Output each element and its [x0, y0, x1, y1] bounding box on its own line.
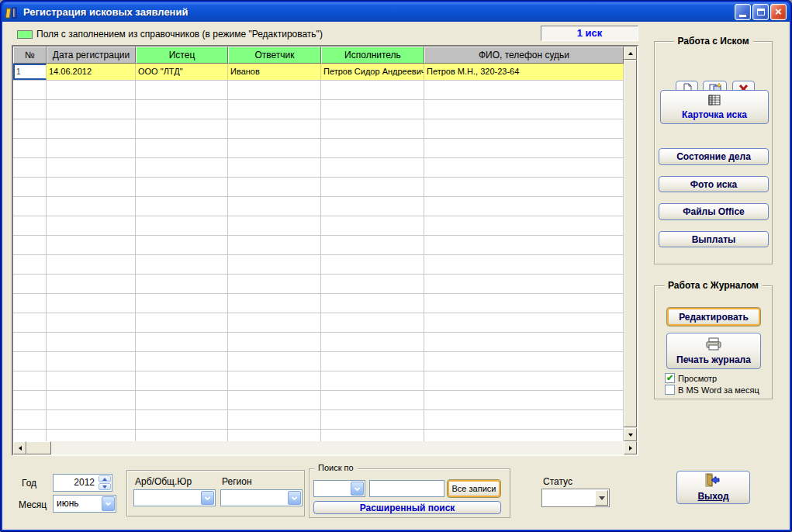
grid-cell [13, 178, 47, 196]
grid-cell [321, 100, 424, 119]
empty-row[interactable] [13, 197, 624, 216]
grid-cell [424, 158, 624, 177]
grid-cell[interactable]: 14.06.2012 [47, 64, 136, 80]
jurisdiction-group: Арб/Общ.Юр Регион [126, 470, 305, 516]
empty-row[interactable] [13, 333, 624, 352]
column-header-4[interactable]: Ответчик [228, 47, 321, 64]
year-down-button[interactable] [99, 483, 111, 490]
grid-cell[interactable]: ООО "ЛТД" [136, 64, 228, 80]
grid-cell [321, 391, 424, 409]
grid-cell[interactable]: Петров М.Н., 320-23-64 [424, 64, 624, 80]
scroll-up-button[interactable] [624, 47, 637, 60]
grid-cell [136, 158, 228, 177]
empty-row[interactable] [13, 371, 624, 391]
grid-cell [47, 371, 136, 390]
maximize-button[interactable] [752, 4, 769, 20]
vertical-scrollbar[interactable] [624, 47, 637, 441]
empty-row[interactable] [13, 255, 624, 275]
empty-row[interactable] [13, 294, 624, 313]
region-dropdown[interactable] [220, 489, 303, 506]
grid-cell [424, 216, 624, 235]
grid-cell [136, 352, 228, 371]
empty-row[interactable] [13, 139, 624, 158]
print-journal-button[interactable]: Печать журнала [666, 333, 761, 369]
all-records-button[interactable]: Все записи [447, 479, 501, 498]
column-header-1[interactable]: № [13, 47, 47, 64]
claim-panel-title: Работа с Иском [673, 36, 752, 47]
selected-cell[interactable]: 1 [13, 64, 47, 80]
empty-row[interactable] [13, 119, 624, 139]
year-up-button[interactable] [99, 475, 111, 482]
all-records-label: Все записи [452, 484, 496, 493]
grid-cell [424, 352, 624, 371]
grid-cell [321, 255, 424, 274]
column-header-3[interactable]: Истец [136, 47, 228, 64]
claim-photo-button[interactable]: Фото иска [659, 176, 769, 192]
checkbox-checked-icon: ✔ [665, 373, 675, 383]
grid-cell [13, 236, 47, 254]
empty-row[interactable] [13, 236, 624, 255]
claim-card-button[interactable]: Карточка иска [660, 90, 769, 124]
empty-row[interactable] [13, 275, 624, 294]
office-files-button[interactable]: Файлы Office [659, 203, 769, 220]
title-bar[interactable]: Регистрация исковых заявлений × [2, 2, 790, 22]
table-row[interactable]: 114.06.2012ООО "ЛТД"ИвановПетров Сидор А… [13, 64, 624, 81]
preview-checkbox[interactable]: ✔ Просмотр [665, 373, 717, 383]
ms-word-checkbox[interactable]: ✔ В MS Word за месяц [665, 385, 759, 395]
app-icon[interactable] [5, 6, 19, 19]
column-header-2[interactable]: Дата регистрации [47, 47, 136, 64]
close-button[interactable]: × [770, 4, 787, 20]
arb-dropdown[interactable] [133, 489, 216, 506]
horizontal-scroll-thumb[interactable] [26, 441, 51, 454]
advanced-search-button[interactable]: Расширенный поиск [313, 501, 501, 514]
column-header-5[interactable]: Исполнитель [321, 47, 424, 64]
scroll-down-button[interactable] [624, 428, 637, 441]
arb-chevron-icon[interactable] [201, 491, 214, 505]
month-chevron-icon[interactable] [102, 496, 115, 511]
month-value: июнь [54, 496, 101, 512]
arrow-up-icon [628, 52, 633, 55]
empty-row[interactable] [13, 391, 624, 410]
empty-row[interactable] [13, 81, 624, 100]
status-dropdown[interactable] [541, 489, 610, 507]
vertical-scroll-thumb[interactable] [624, 60, 637, 427]
grid-cell[interactable]: Петров Сидор Андреевич [321, 64, 424, 80]
empty-row[interactable] [13, 100, 624, 119]
grid-cell [228, 371, 321, 390]
grid-cell [424, 410, 624, 429]
year-spinner[interactable]: 2012 [53, 474, 112, 492]
grid-cell [13, 275, 47, 293]
grid-cell [47, 216, 136, 235]
exit-button[interactable]: Выход [676, 471, 750, 504]
status-chevron-icon[interactable] [595, 490, 608, 506]
spin-up-icon [102, 478, 107, 481]
grid-cell [136, 313, 228, 332]
grid-cell [321, 178, 424, 196]
grid-cell[interactable]: Иванов [228, 64, 321, 80]
month-dropdown[interactable]: июнь [53, 495, 116, 513]
empty-row[interactable] [13, 216, 624, 236]
grid-cell [47, 294, 136, 313]
column-header-6[interactable]: ФИО, телефон судьи [424, 47, 624, 64]
month-label: Месяц [19, 499, 47, 510]
search-chevron-icon[interactable] [351, 482, 364, 496]
minimize-button[interactable] [735, 4, 751, 20]
empty-row[interactable] [13, 410, 624, 430]
empty-row[interactable] [13, 313, 624, 333]
search-input[interactable] [369, 480, 444, 497]
case-state-button[interactable]: Состояние дела [659, 148, 769, 165]
empty-row[interactable] [13, 430, 624, 441]
payments-button[interactable]: Выплаты [659, 231, 769, 247]
grid-cell [47, 391, 136, 409]
edit-journal-button[interactable]: Редактировать [666, 307, 761, 326]
empty-row[interactable] [13, 158, 624, 178]
region-chevron-icon[interactable] [288, 491, 301, 505]
scroll-left-button[interactable] [13, 441, 26, 454]
horizontal-scrollbar[interactable] [13, 441, 637, 454]
ms-word-checkbox-label: В MS Word за месяц [678, 385, 759, 395]
grid-cell [47, 236, 136, 254]
empty-row[interactable] [13, 178, 624, 197]
empty-row[interactable] [13, 352, 624, 371]
scroll-right-button[interactable] [624, 441, 637, 454]
search-field-dropdown[interactable] [313, 480, 365, 497]
